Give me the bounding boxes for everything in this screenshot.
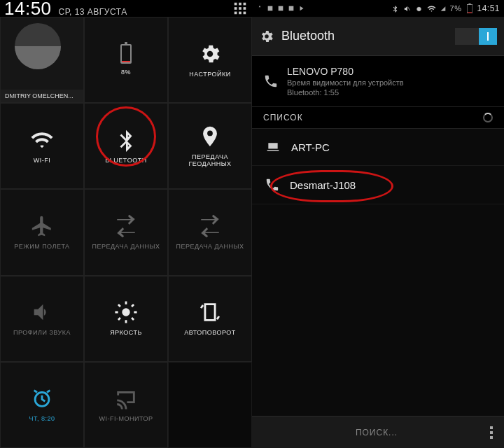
play-icon bbox=[298, 5, 305, 12]
scanning-spinner-icon bbox=[483, 113, 493, 122]
tile-wifi[interactable]: WI-FI bbox=[0, 103, 84, 189]
tile-autorotate[interactable]: АВТОПОВОРОТ bbox=[168, 276, 252, 362]
alarm-status-icon bbox=[415, 5, 423, 13]
date: СР, 13 АВГУСТА bbox=[59, 7, 127, 17]
battery-status-icon bbox=[467, 4, 472, 13]
tile-label: ЧТ, 8:20 bbox=[29, 416, 55, 423]
bluetooth-settings-screen: 7% 14:51 Bluetooth LENOVO P780 Время вид… bbox=[252, 0, 504, 448]
tile-empty bbox=[168, 362, 252, 448]
svg-rect-0 bbox=[234, 3, 237, 6]
tile-label: ПЕРЕДАЧА ДАННЫХ bbox=[176, 244, 244, 251]
laptop-icon bbox=[265, 140, 281, 154]
svg-rect-7 bbox=[239, 12, 241, 15]
statusbar-right: 7% 14:51 bbox=[252, 0, 504, 17]
alarm-icon bbox=[30, 386, 54, 410]
self-device-name: LENOVO P780 bbox=[287, 66, 404, 77]
brightness-icon bbox=[114, 300, 138, 324]
tile-alarm[interactable]: ЧТ, 8:20 bbox=[0, 362, 84, 448]
tile-location[interactable]: ПЕРЕДАЧА ГЕОДАННЫХ bbox=[168, 103, 252, 189]
self-device-row[interactable]: LENOVO P780 Время видимости для устройст… bbox=[252, 56, 504, 107]
svg-rect-18 bbox=[468, 12, 472, 13]
data-icon bbox=[198, 214, 222, 238]
tile-brightness[interactable]: ЯРКОСТЬ bbox=[84, 276, 168, 362]
svg-rect-5 bbox=[244, 7, 246, 10]
device-list-header: СПИСОК bbox=[252, 107, 504, 129]
bluetooth-toggle[interactable] bbox=[455, 28, 497, 45]
svg-rect-4 bbox=[239, 7, 241, 10]
svg-line-14 bbox=[407, 7, 410, 10]
svg-rect-3 bbox=[234, 7, 237, 10]
wifi-status-icon bbox=[427, 4, 436, 13]
search-devices-button[interactable]: ПОИСК... bbox=[356, 428, 398, 438]
tile-battery[interactable]: 8% bbox=[84, 17, 168, 103]
svg-point-9 bbox=[122, 309, 130, 316]
tile-sound-profiles[interactable]: ПРОФИЛИ ЗВУКА bbox=[0, 276, 84, 362]
cast-icon bbox=[114, 386, 138, 410]
tile-label: ПЕРЕДАЧА ГЕОДАННЫХ bbox=[170, 154, 250, 168]
quicksettings-screen: 14:50 СР, 13 АВГУСТА DMITRIY OMELCHEN...… bbox=[0, 0, 252, 448]
tile-label: WI-FI bbox=[34, 158, 51, 164]
svg-rect-17 bbox=[469, 4, 471, 5]
page-title: Bluetooth bbox=[281, 29, 448, 43]
device-row-laptop[interactable]: ART-PC bbox=[252, 129, 504, 166]
quicksettings-grid: DMITRIY OMELCHEN... 8% НАСТРОЙКИ WI-FI B… bbox=[0, 17, 252, 448]
bottombar: ПОИСК... bbox=[252, 416, 504, 448]
battery-pct: 7% bbox=[450, 4, 462, 13]
tile-data-usage-2[interactable]: ПЕРЕДАЧА ДАННЫХ bbox=[168, 189, 252, 275]
phone-icon bbox=[265, 177, 280, 192]
device-name: ART-PC bbox=[291, 141, 330, 153]
device-row-headset[interactable]: Desmart-J108 bbox=[252, 166, 504, 204]
speaker-icon bbox=[30, 300, 54, 324]
tile-label: WI-FI-МОНИТОР bbox=[99, 416, 153, 423]
tile-user[interactable]: DMITRIY OMELCHEN... bbox=[0, 17, 84, 103]
clock: 14:51 bbox=[477, 4, 500, 13]
wifi-icon bbox=[30, 128, 54, 152]
rotate-icon bbox=[198, 300, 222, 324]
battery-pct: 8% bbox=[121, 69, 131, 76]
data-icon bbox=[114, 214, 138, 238]
actionbar: Bluetooth bbox=[252, 17, 504, 56]
tile-label: ПЕРЕДАЧА ДАННЫХ bbox=[92, 244, 160, 251]
tile-cast[interactable]: WI-FI-МОНИТОР bbox=[84, 362, 168, 448]
visibility-timer: Bluetooth: 1:55 bbox=[287, 88, 404, 97]
tile-label: НАСТРОЙКИ bbox=[189, 71, 231, 78]
tile-label: РЕЖИМ ПОЛЕТА bbox=[14, 244, 69, 251]
notif-icon bbox=[256, 5, 263, 12]
avatar bbox=[15, 23, 61, 69]
tile-label: BLUETOOTH bbox=[105, 158, 146, 164]
overflow-menu-icon[interactable] bbox=[490, 426, 493, 439]
phone-icon bbox=[263, 66, 279, 97]
list-header-label: СПИСОК bbox=[263, 113, 303, 122]
svg-rect-11 bbox=[268, 6, 273, 11]
tile-label: ПРОФИЛИ ЗВУКА bbox=[13, 330, 71, 337]
tile-airplane[interactable]: РЕЖИМ ПОЛЕТА bbox=[0, 189, 84, 275]
svg-rect-12 bbox=[279, 6, 284, 11]
tile-settings[interactable]: НАСТРОЙКИ bbox=[168, 17, 252, 103]
device-name: Desmart-J108 bbox=[290, 179, 356, 191]
statusbar-left: 14:50 СР, 13 АВГУСТА bbox=[0, 0, 252, 17]
svg-rect-8 bbox=[244, 12, 246, 15]
airplane-icon bbox=[30, 214, 54, 238]
device-list: ART-PC Desmart-J108 bbox=[252, 129, 504, 416]
quicksettings-toggle-icon[interactable] bbox=[232, 1, 248, 16]
battery-icon bbox=[120, 44, 132, 64]
svg-rect-16 bbox=[468, 5, 473, 13]
visibility-hint: Время видимости для устройств bbox=[287, 78, 404, 87]
bluetooth-status-icon bbox=[391, 5, 399, 13]
tile-label: ЯРКОСТЬ bbox=[110, 330, 142, 337]
notif-icon bbox=[288, 5, 295, 12]
mute-icon bbox=[403, 5, 411, 13]
svg-rect-13 bbox=[289, 6, 294, 11]
tile-data-usage[interactable]: ПЕРЕДАЧА ДАННЫХ bbox=[84, 189, 168, 275]
gear-icon[interactable] bbox=[259, 29, 274, 44]
svg-rect-2 bbox=[244, 3, 246, 6]
gear-icon bbox=[198, 42, 222, 66]
notif-icon bbox=[267, 5, 274, 12]
bluetooth-icon bbox=[114, 128, 138, 152]
tile-label: АВТОПОВОРОТ bbox=[184, 330, 235, 337]
location-icon bbox=[198, 125, 222, 148]
user-name: DMITRIY OMELCHEN... bbox=[1, 90, 83, 102]
svg-rect-1 bbox=[239, 3, 241, 6]
tile-bluetooth[interactable]: BLUETOOTH bbox=[84, 103, 168, 189]
svg-rect-6 bbox=[234, 12, 237, 15]
